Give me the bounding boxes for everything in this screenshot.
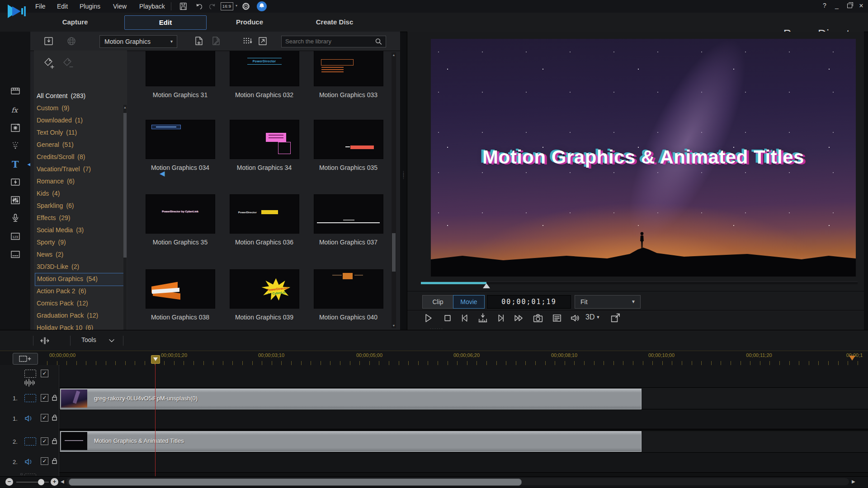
adjust-panel-split-icon[interactable] [39,335,51,347]
title-room-icon[interactable]: T [9,158,21,170]
undock-preview-button[interactable] [609,312,622,324]
help-button[interactable]: ? [820,2,830,9]
snapshot-button[interactable] [532,312,544,324]
menu-plugins[interactable]: Plugins [76,0,104,13]
subtitle-room-icon[interactable] [9,249,21,260]
undo-icon[interactable] [193,1,204,11]
expand-library-icon[interactable] [257,36,268,47]
category-downloaded[interactable]: Downloaded(1) [37,114,124,127]
category-effects[interactable]: Effects(29) [37,212,124,224]
library-item-motion-graphics-35[interactable]: PowerDirector by CyberLink Motion Graphi… [138,194,222,246]
video-track-icon[interactable] [24,437,36,446]
library-item-motion-graphics-039[interactable]: PowerDirectorby CyberLink Motion Graphic… [222,269,306,321]
clip-motion-graphics-title[interactable]: Motion Graphics & Animated Titles [60,431,642,452]
seek-handle[interactable] [483,283,490,288]
track-enable-checkbox[interactable]: ✓ [41,437,48,445]
track-enable-checkbox[interactable]: ✓ [41,414,48,422]
audio-track-2-lane[interactable] [0,453,868,473]
tab-edit[interactable]: Edit [124,15,207,30]
track-enable-checkbox[interactable]: ✓ [41,457,48,465]
category-credits-scroll[interactable]: Credits/Scroll(8) [37,151,124,163]
lock-icon[interactable] [51,457,58,465]
transition-room-icon[interactable] [9,176,21,188]
panel-resize-handle[interactable]: ⋮⋮⋮ [401,172,405,190]
library-filter-dropdown[interactable]: Motion Graphics ▾ [99,35,177,48]
category-scrollbar[interactable]: ▲ ▼ [123,105,127,344]
minimize-button[interactable]: _ [832,2,842,9]
effects-room-icon[interactable]: fx [9,104,21,116]
clip-mode-button[interactable]: Clip [422,295,453,309]
scroll-left-icon[interactable]: ◀ [61,479,64,484]
particle-room-icon[interactable] [9,140,21,152]
category-comics-pack[interactable]: Comics Pack(12) [37,297,124,310]
seek-bar[interactable] [421,282,858,284]
add-tag-icon[interactable] [42,56,56,70]
media-room-icon[interactable] [9,85,21,97]
audio-mixing-room-icon[interactable] [9,194,21,206]
notification-bell-icon[interactable] [257,1,267,11]
category-text-only[interactable]: Text Only(11) [37,127,124,139]
zoom-in-button[interactable]: + [51,478,58,486]
scrollbar-thumb[interactable] [69,479,522,486]
stop-button[interactable] [441,312,454,324]
chapter-room-icon[interactable]: 123 [9,230,21,242]
menu-file[interactable]: File [32,0,49,13]
library-item-motion-graphics-34[interactable]: Motion Graphics 34 [222,120,306,171]
menu-edit[interactable]: Edit [53,0,71,13]
save-icon[interactable] [178,1,189,11]
restore-button[interactable] [847,4,852,8]
tab-create-disc[interactable]: Create Disc [294,15,375,29]
track-enable-checkbox[interactable]: ✓ [41,394,48,402]
zoom-out-button[interactable]: − [5,478,13,486]
scroll-down-icon[interactable]: ▼ [392,324,396,327]
library-item-motion-graphics-040[interactable]: Motion Graphics 040 [307,269,390,321]
tab-capture[interactable]: Capture [34,15,116,29]
audio-track-speaker-icon[interactable] [24,414,34,423]
collapse-category-list-icon[interactable]: ◀ [160,169,165,178]
library-grid-scrollbar[interactable]: ▲ ▼ [392,52,396,328]
library-item-motion-graphics-31[interactable]: Motion Graphics 31 [138,51,222,99]
clip-greg-rakozy-unsplash[interactable]: greg-rakozy-0LU4vO5iFpM-unsplash(0) [60,389,642,409]
import-content-icon[interactable] [43,35,55,47]
category-sparkling[interactable]: Sparkling(6) [37,200,124,212]
library-item-motion-graphics-038[interactable]: Motion Graphics 038 [138,269,222,321]
video-track-icon[interactable] [24,394,36,402]
category-3d-3d-like[interactable]: 3D/3D-Like(2) [37,261,124,273]
scroll-right-icon[interactable]: ▶ [852,479,855,484]
aspect-ratio-selector[interactable]: 16:9 [221,2,233,10]
menu-view[interactable]: View [109,0,130,13]
settings-gear-icon[interactable] [241,1,251,11]
scrollbar-thumb[interactable] [123,113,127,258]
category-action-pack-2[interactable]: Action Pack 2(6) [37,285,124,297]
menu-playback[interactable]: Playback [136,0,169,13]
display-mode-icon[interactable] [242,36,253,47]
scroll-up-icon[interactable]: ▲ [123,106,127,109]
timecode-display[interactable]: 00;00;01;19 [487,295,571,309]
volume-button[interactable] [569,312,581,324]
play-button[interactable] [422,312,435,324]
category-motion-graphics[interactable]: Motion Graphics(54) [35,273,126,286]
timeline-zoom-slider[interactable] [16,482,49,483]
step-to-marker-button[interactable] [476,312,489,324]
playhead-line[interactable] [155,363,156,476]
tab-produce[interactable]: Produce [209,15,290,29]
library-item-motion-graphics-033[interactable]: Motion Graphics 033 [307,51,390,99]
movie-mode-button[interactable]: Movie [453,295,485,309]
voiceover-room-icon[interactable] [9,212,21,224]
search-input[interactable] [282,36,379,46]
3d-mode-button[interactable]: 3D▼ [585,313,600,321]
new-title-template-icon[interactable] [193,35,205,47]
category-graduation-pack[interactable]: Graduation Pack(12) [37,310,124,322]
audio-track-1-lane[interactable] [0,409,868,429]
playhead-marker[interactable] [151,355,160,364]
search-icon[interactable] [374,37,383,46]
library-item-motion-graphics-037[interactable]: Motion Graphics 037 [307,194,390,246]
zoom-slider-handle[interactable] [38,479,44,485]
category-general[interactable]: General(51) [37,139,124,151]
preview-quality-button[interactable] [551,312,563,324]
scroll-up-icon[interactable]: ▲ [392,53,396,56]
tools-menu[interactable]: Tools [81,336,96,343]
library-item-motion-graphics-032[interactable]: PowerDirector Motion Graphics 032 [222,51,306,99]
library-item-motion-graphics-034[interactable]: Motion Graphics 034 [138,120,222,171]
category-social-media[interactable]: Social Media(3) [37,224,124,236]
